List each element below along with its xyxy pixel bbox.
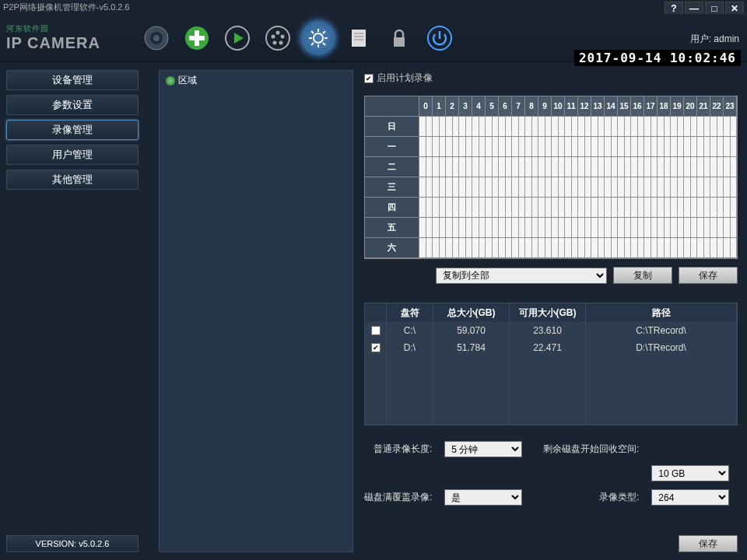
schedule-cell[interactable] [559, 177, 566, 198]
schedule-cell[interactable] [479, 157, 486, 177]
log-icon[interactable] [342, 21, 376, 55]
schedule-cell[interactable] [433, 198, 440, 218]
schedule-cell[interactable] [433, 177, 440, 198]
schedule-cell[interactable] [697, 238, 704, 258]
schedule-cell[interactable] [572, 137, 579, 157]
schedule-cell[interactable] [651, 117, 658, 137]
schedule-cell[interactable] [466, 177, 473, 198]
version-button[interactable]: VERSION: v5.0.2.6 [6, 535, 139, 552]
schedule-cell[interactable] [472, 117, 479, 137]
copy-target-select[interactable]: 复制到全部 [436, 268, 607, 284]
schedule-cell[interactable] [678, 117, 685, 137]
schedule-cell[interactable] [453, 157, 460, 177]
schedule-cell[interactable] [644, 117, 651, 137]
schedule-cell[interactable] [585, 218, 592, 238]
schedule-cell[interactable] [440, 177, 447, 198]
schedule-cell[interactable] [631, 117, 638, 137]
schedule-cell[interactable] [559, 218, 566, 238]
schedule-cell[interactable] [493, 218, 500, 238]
schedule-cell[interactable] [598, 218, 605, 238]
schedule-cell[interactable] [625, 218, 632, 238]
schedule-cell[interactable] [651, 157, 658, 177]
schedule-cell[interactable] [651, 218, 658, 238]
schedule-cell[interactable] [691, 238, 698, 258]
schedule-cell[interactable] [506, 137, 513, 157]
schedule-cell[interactable] [724, 218, 731, 238]
schedule-cell[interactable] [486, 238, 493, 258]
schedule-cell[interactable] [525, 177, 532, 198]
schedule-cell[interactable] [578, 117, 585, 137]
schedule-cell[interactable] [671, 177, 678, 198]
schedule-cell[interactable] [519, 218, 526, 238]
schedule-cell[interactable] [506, 117, 513, 137]
schedule-cell[interactable] [625, 137, 632, 157]
schedule-cell[interactable] [446, 198, 453, 218]
device-tree[interactable]: 区域 [159, 70, 353, 552]
schedule-cell[interactable] [717, 117, 724, 137]
save-schedule-button[interactable]: 保存 [679, 267, 738, 284]
schedule-cell[interactable] [552, 198, 559, 218]
schedule-cell[interactable] [585, 238, 592, 258]
schedule-cell[interactable] [493, 137, 500, 157]
schedule-cell[interactable] [651, 238, 658, 258]
schedule-cell[interactable] [466, 117, 473, 137]
settings-icon[interactable] [301, 21, 335, 55]
schedule-cell[interactable] [618, 177, 625, 198]
schedule-cell[interactable] [697, 177, 704, 198]
schedule-cell[interactable] [578, 218, 585, 238]
schedule-cell[interactable] [618, 157, 625, 177]
schedule-cell[interactable] [665, 238, 672, 258]
schedule-cell[interactable] [625, 117, 632, 137]
schedule-cell[interactable] [598, 157, 605, 177]
schedule-cell[interactable] [552, 157, 559, 177]
schedule-cell[interactable] [631, 198, 638, 218]
schedule-cell[interactable] [691, 137, 698, 157]
schedule-cell[interactable] [525, 238, 532, 258]
schedule-cell[interactable] [572, 157, 579, 177]
schedule-cell[interactable] [710, 157, 717, 177]
schedule-cell[interactable] [559, 198, 566, 218]
schedule-cell[interactable] [631, 177, 638, 198]
schedule-cell[interactable] [559, 157, 566, 177]
schedule-cell[interactable] [565, 218, 572, 238]
schedule-cell[interactable] [691, 157, 698, 177]
schedule-cell[interactable] [525, 137, 532, 157]
schedule-cell[interactable] [512, 198, 519, 218]
schedule-cell[interactable] [710, 238, 717, 258]
schedule-cell[interactable] [717, 198, 724, 218]
schedule-cell[interactable] [658, 177, 665, 198]
schedule-cell[interactable] [704, 137, 711, 157]
schedule-cell[interactable] [499, 238, 506, 258]
schedule-cell[interactable] [493, 238, 500, 258]
schedule-cell[interactable] [585, 198, 592, 218]
schedule-cell[interactable] [724, 238, 731, 258]
schedule-cell[interactable] [512, 157, 519, 177]
schedule-cell[interactable] [671, 218, 678, 238]
schedule-cell[interactable] [453, 117, 460, 137]
schedule-cell[interactable] [717, 177, 724, 198]
schedule-cell[interactable] [426, 177, 433, 198]
schedule-cell[interactable] [731, 198, 738, 218]
camera-icon[interactable] [139, 21, 174, 55]
schedule-cell[interactable] [459, 117, 466, 137]
schedule-cell[interactable] [552, 238, 559, 258]
schedule-cell[interactable] [598, 198, 605, 218]
schedule-cell[interactable] [538, 218, 545, 238]
schedule-cell[interactable] [644, 198, 651, 218]
schedule-cell[interactable] [665, 157, 672, 177]
schedule-cell[interactable] [446, 218, 453, 238]
schedule-cell[interactable] [565, 157, 572, 177]
disk-checkbox[interactable]: ✔ [371, 343, 381, 352]
schedule-cell[interactable] [446, 117, 453, 137]
power-icon[interactable] [423, 21, 457, 55]
schedule-cell[interactable] [545, 218, 552, 238]
schedule-cell[interactable] [731, 177, 738, 198]
schedule-cell[interactable] [704, 157, 711, 177]
schedule-cell[interactable] [704, 117, 711, 137]
schedule-cell[interactable] [506, 198, 513, 218]
schedule-cell[interactable] [731, 218, 738, 238]
schedule-cell[interactable] [697, 198, 704, 218]
schedule-cell[interactable] [453, 198, 460, 218]
schedule-cell[interactable] [684, 157, 691, 177]
schedule-cell[interactable] [525, 157, 532, 177]
